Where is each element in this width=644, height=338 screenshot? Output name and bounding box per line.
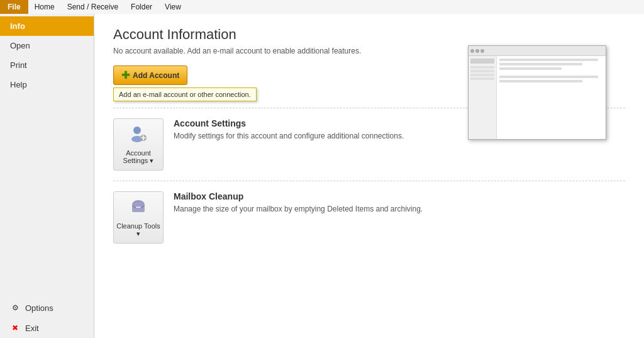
preview-thumbnail (468, 45, 606, 140)
gear-icon: ⚙ (10, 303, 20, 313)
thumb-line-2 (499, 63, 582, 65)
account-settings-icon (128, 124, 148, 147)
mailbox-cleanup-title: Mailbox Cleanup (174, 191, 423, 201)
account-settings-title: Account Settings (174, 118, 404, 128)
content-wrapper: Account Information No account available… (113, 26, 625, 244)
thumb-body (469, 56, 606, 139)
cleanup-tools-button[interactable]: Cleanup Tools ▾ (113, 191, 164, 244)
add-account-wrapper: ✚ Add Account Add an e-mail account or o… (113, 65, 187, 85)
thumb-line-5 (499, 80, 582, 82)
sidebar-item-help[interactable]: Help (0, 75, 94, 94)
main-layout: Info Open Print Help ⚙ Options ✖ Exit (0, 14, 644, 338)
menu-bar: File Home Send / Receive Folder View (0, 0, 644, 14)
content-area: Account Information No account available… (94, 14, 644, 338)
account-settings-button[interactable]: Account Settings ▾ (113, 118, 164, 171)
add-account-button[interactable]: ✚ Add Account (113, 65, 187, 85)
menu-home[interactable]: Home (28, 1, 61, 13)
thumb-dot-3 (480, 49, 484, 53)
account-settings-text: Account Settings Modify settings for thi… (174, 118, 404, 142)
sidebar-item-options[interactable]: ⚙ Options (0, 298, 94, 318)
mailbox-cleanup-section: Cleanup Tools ▾ Mailbox Cleanup Manage t… (113, 191, 625, 244)
sidebar-item-open[interactable]: Open (0, 36, 94, 55)
cleanup-tools-icon (128, 197, 148, 220)
thumb-left-panel (469, 56, 497, 139)
thumb-dot-2 (475, 49, 479, 53)
menu-bar-bg: Home Send / Receive Folder View (28, 0, 644, 14)
add-icon: ✚ (121, 69, 130, 81)
account-settings-desc: Modify settings for this account and con… (174, 131, 404, 142)
ribbon: File Home Send / Receive Folder View (0, 0, 644, 14)
thumb-dot (470, 49, 474, 53)
divider-2 (113, 181, 625, 181)
exit-icon: ✖ (10, 323, 20, 333)
page-title: Account Information (113, 26, 625, 43)
sidebar-item-print[interactable]: Print (0, 55, 94, 75)
mailbox-cleanup-desc: Manage the size of your mailbox by empty… (174, 204, 423, 215)
add-account-tooltip: Add an e-mail account or other connectio… (113, 87, 257, 101)
menu-send-receive[interactable]: Send / Receive (61, 1, 125, 13)
sidebar-item-exit[interactable]: ✖ Exit (0, 318, 94, 338)
sidebar: Info Open Print Help ⚙ Options ✖ Exit (0, 14, 94, 338)
thumb-line-3 (499, 67, 562, 70)
svg-point-7 (132, 202, 145, 207)
thumb-line-1 (499, 59, 598, 61)
svg-rect-8 (136, 206, 141, 208)
thumb-right-panel (497, 56, 606, 139)
thumb-line-4 (499, 76, 598, 78)
menu-folder[interactable]: Folder (125, 1, 158, 13)
menu-file[interactable]: File (0, 0, 28, 14)
menu-view[interactable]: View (158, 1, 187, 13)
mailbox-cleanup-text: Mailbox Cleanup Manage the size of your … (174, 191, 423, 215)
thumb-toolbar (469, 46, 606, 56)
sidebar-item-info[interactable]: Info (0, 16, 94, 36)
svg-point-0 (133, 127, 141, 134)
